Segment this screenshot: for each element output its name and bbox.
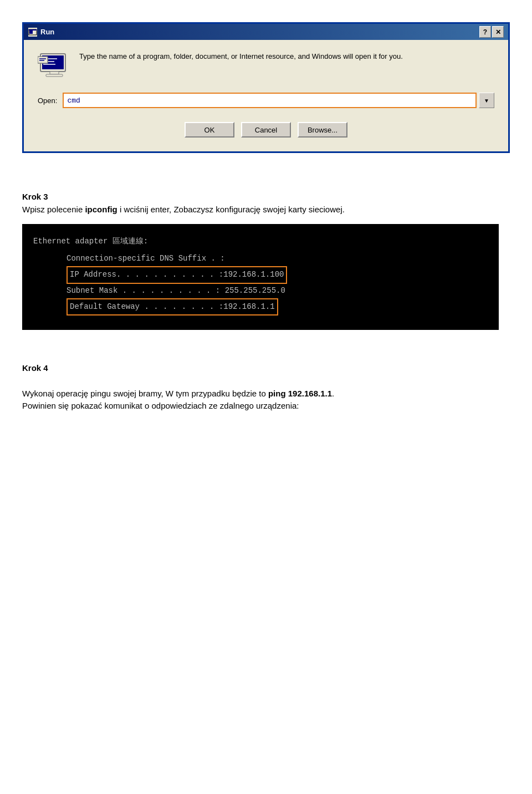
cmd-subnet-line: Subnet Mask . . . . . . . . . . : 255.25…	[33, 284, 488, 298]
step4-text: Wykonaj operację pingu swojej bramy, W t…	[22, 375, 510, 413]
dialog-title: Run	[40, 28, 54, 36]
help-button[interactable]: ?	[479, 26, 491, 38]
ok-button[interactable]: OK	[185, 122, 234, 138]
cmd-header-line: Ethernet adapter 區域連線:	[33, 235, 488, 248]
browse-button[interactable]: Browse...	[298, 122, 347, 138]
svg-rect-2	[29, 29, 37, 30]
dropdown-arrow[interactable]: ▼	[479, 93, 494, 108]
run-icon	[38, 51, 71, 82]
step4-heading: Krok 4	[22, 363, 510, 373]
cmd-dns-line: Connection-specific DNS Suffix . :	[33, 252, 488, 266]
step3-text: Wpisz polecenie ipconfig i wciśnij enter…	[22, 203, 510, 216]
run-dialog: Run ? ✕	[22, 22, 510, 153]
cmd-window: Ethernet adapter 區域連線: Connection-specif…	[22, 224, 499, 330]
cmd-ip-line: IP Address. . . . . . . . . . . : 192.16…	[33, 266, 488, 284]
cmd-gateway-line: Default Gateway . . . . . . . . : 192.16…	[33, 298, 488, 317]
run-title-icon	[28, 28, 37, 37]
open-input[interactable]	[63, 93, 477, 108]
svg-rect-8	[50, 72, 59, 74]
svg-rect-9	[46, 74, 63, 77]
step3-heading: Krok 3	[22, 192, 510, 201]
open-label: Open:	[38, 96, 57, 105]
run-description: Type the name of a program, folder, docu…	[79, 51, 403, 62]
cancel-button[interactable]: Cancel	[241, 122, 291, 138]
svg-rect-10	[38, 57, 48, 63]
svg-rect-1	[29, 30, 33, 34]
close-button[interactable]: ✕	[492, 26, 504, 38]
title-bar: Run ? ✕	[24, 24, 508, 40]
